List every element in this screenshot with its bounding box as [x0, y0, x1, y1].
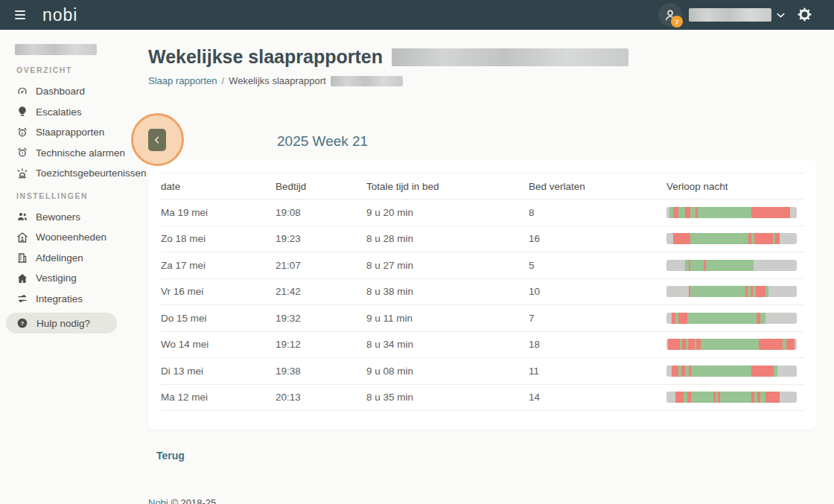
cell-bedtime: 19:38	[276, 366, 366, 377]
column-header-totale-tijd-in-bed: Totale tijd in bed	[366, 181, 529, 192]
sidebar-item-technische-alarmen[interactable]: !Technische alarmen	[0, 143, 134, 164]
sidebar-item-bewoners[interactable]: Bewoners	[0, 207, 134, 228]
footer-brand-link[interactable]: Nobi	[148, 497, 168, 504]
night-progress-bar	[666, 366, 797, 377]
cell-night-progress	[666, 207, 804, 218]
cell-night-progress	[666, 339, 804, 350]
cell-night-progress	[666, 313, 804, 324]
residents-icon	[16, 211, 28, 223]
cell-date: Do 15 mei	[161, 313, 276, 324]
night-progress-bar	[666, 392, 797, 403]
cell-bedtime: 21:42	[276, 286, 366, 297]
sidebar-section-instellingen: INSTELLINGEN	[0, 191, 134, 201]
user-avatar[interactable]: 7	[658, 3, 682, 27]
cell-total-time: 8 u 28 min	[366, 233, 529, 244]
sidebar-nav: OVERZICHTDashboardEscalatieszSlaaprappor…	[0, 66, 134, 309]
table-row-za-17-mei: Za 17 mei21:078 u 27 min5	[161, 252, 804, 279]
cell-date: Za 17 mei	[161, 260, 276, 271]
housing-icon	[16, 232, 28, 243]
cell-total-time: 8 u 38 min	[366, 286, 529, 297]
column-header-date: date	[161, 181, 276, 192]
table-header-row: dateBedtijdTotale tijd in bedBed verlate…	[161, 173, 804, 200]
cell-night-progress	[666, 260, 804, 271]
cell-bedtime: 20:13	[276, 392, 366, 403]
chevron-left-icon	[152, 136, 162, 147]
night-progress-bar	[666, 233, 797, 244]
cell-bed-exits: 18	[529, 339, 666, 350]
top-header-bar: nobi 7	[0, 0, 834, 30]
sidebar-item-dashboard[interactable]: Dashboard	[0, 81, 134, 102]
cell-total-time: 8 u 27 min	[366, 260, 529, 271]
sidebar: OVERZICHTDashboardEscalatieszSlaaprappor…	[0, 30, 134, 504]
sidebar-item-toezichtsgebeurtenissen[interactable]: Toezichtsgebeurtenissen	[0, 163, 134, 184]
cell-bedtime: 21:07	[276, 260, 366, 271]
sidebar-item-afdelingen[interactable]: Afdelingen	[0, 248, 134, 269]
terug-link[interactable]: Terug	[156, 450, 185, 462]
column-header-bedtijd: Bedtijd	[276, 181, 366, 192]
footer-copyright-text: © 2018-25	[171, 497, 216, 504]
cell-bedtime: 19:08	[276, 207, 366, 218]
cell-night-progress	[666, 233, 804, 244]
tech-alarm-icon: !	[16, 147, 28, 159]
breadcrumb-separator: /	[222, 75, 225, 86]
cell-bedtime: 19:23	[276, 233, 366, 244]
week-title: 2025 Week 21	[277, 133, 368, 150]
sidebar-section-overzicht: OVERZICHT	[0, 66, 134, 75]
sidebar-item-vestiging[interactable]: Vestiging	[0, 268, 134, 289]
sidebar-item-integraties[interactable]: Integraties	[0, 289, 134, 310]
svg-text:z: z	[22, 130, 24, 135]
hamburger-menu-icon[interactable]	[15, 10, 25, 19]
table-row-ma-19-mei: Ma 19 mei19:089 u 20 min8	[161, 200, 804, 226]
night-progress-bar	[666, 260, 797, 271]
night-progress-bar	[666, 207, 797, 218]
night-progress-bar	[666, 339, 797, 350]
cell-date: Wo 14 mei	[161, 339, 276, 350]
back-button[interactable]	[148, 129, 166, 151]
cell-bed-exits: 16	[529, 233, 666, 244]
table-row-ma-12-mei: Ma 12 mei20:138 u 35 min14	[161, 385, 804, 412]
siren-icon	[16, 168, 28, 179]
cell-date: Ma 12 mei	[161, 392, 276, 403]
svg-text:?: ?	[21, 319, 25, 326]
cell-bed-exits: 10	[529, 286, 666, 297]
sleep-report-table: dateBedtijdTotale tijd in bedBed verlate…	[161, 173, 804, 411]
integrations-icon	[16, 293, 28, 304]
cell-night-progress	[666, 392, 804, 403]
cell-date: Vr 16 mei	[161, 286, 276, 297]
sleep-alarm-icon: z	[16, 127, 28, 138]
cell-total-time: 9 u 08 min	[366, 366, 529, 377]
breadcrumb-link-slaap-rapporten[interactable]: Slaap rapporten	[148, 75, 217, 86]
site-icon	[16, 272, 28, 284]
cell-bed-exits: 5	[529, 260, 666, 271]
cell-bed-exits: 8	[529, 207, 666, 218]
sidebar-item-hulp-nodig[interactable]: ? Hulp nodig?	[6, 313, 117, 334]
svg-text:!: !	[22, 151, 23, 156]
cell-bedtime: 19:32	[276, 313, 366, 324]
sleep-report-card: dateBedtijdTotale tijd in bedBed verlate…	[148, 160, 817, 430]
cell-bed-exits: 11	[529, 366, 666, 377]
cell-night-progress	[666, 286, 804, 297]
chevron-down-icon[interactable]	[774, 9, 787, 22]
table-row-di-13-mei: Di 13 mei19:389 u 08 min11	[161, 358, 804, 385]
cell-date: Di 13 mei	[161, 366, 276, 377]
page-title: Wekelijkse slaaprapporten	[148, 46, 383, 68]
departments-icon	[16, 252, 28, 264]
redacted-sidebar-block	[15, 44, 97, 55]
dashboard-icon	[16, 86, 28, 98]
sidebar-item-escalaties[interactable]: Escalaties	[0, 102, 134, 123]
redacted-title-name	[392, 48, 628, 66]
nobi-logo: nobi	[42, 5, 77, 25]
help-icon: ?	[16, 317, 29, 330]
main-content: Wekelijkse slaaprapporten Slaap rapporte…	[148, 30, 834, 504]
sidebar-item-slaaprapporten[interactable]: zSlaaprapporten	[0, 122, 134, 143]
night-progress-bar	[666, 286, 797, 297]
cell-date: Zo 18 mei	[161, 233, 276, 244]
breadcrumb-current: Wekelijks slaaprapport	[229, 75, 326, 86]
redacted-user-name	[689, 8, 771, 22]
redacted-breadcrumb-name	[331, 76, 403, 86]
table-row-wo-14-mei: Wo 14 mei19:128 u 34 min18	[161, 332, 804, 359]
sidebar-item-wooneenheden[interactable]: Wooneenheden	[0, 227, 134, 248]
gear-icon[interactable]	[797, 7, 812, 22]
notification-badge: 7	[671, 16, 683, 28]
table-row-do-15-mei: Do 15 mei19:329 u 11 min7	[161, 305, 804, 332]
